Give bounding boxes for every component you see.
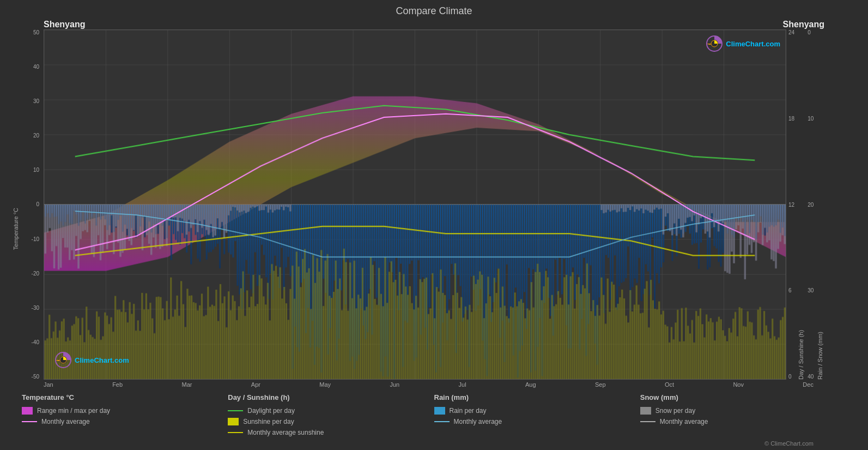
chart-main: ClimeChart.com ClimeChart.com [44,29,786,380]
sunshine-tick: 6 [788,287,794,293]
temp-tick: -30 [32,305,39,311]
x-axis-month: Jul [459,381,466,388]
legend-swatch-rain [434,407,445,415]
rain-tick: 10 [808,116,814,122]
logo-top-right: ClimeChart.com [706,35,780,52]
logo-text-bottom: ClimeChart.com [75,356,129,364]
temp-tick: -20 [32,271,39,277]
legend-title-temp: Temperature °C [22,393,228,401]
top-labels: Shenyang Shenyang [11,20,857,29]
copyright: © ClimeChart.com [11,440,857,447]
legend-line-rain-avg [434,421,450,422]
temp-tick: 40 [33,64,39,70]
legend-label-sunshine-swatch: Sunshine per day [243,418,294,425]
legend-label-daylight: Daylight per day [247,407,295,415]
legend-label-monthly: Monthly average [41,418,90,425]
x-axis-month: Jan [44,381,53,388]
x-axis-month: Dec [803,381,814,388]
right-axis-sunshine-label: Day / Sunshine (h) [797,29,805,380]
legend-swatch-snow [640,407,651,415]
sunshine-tick: 0 [788,374,794,380]
sunshine-tick: 18 [788,116,794,122]
legend-swatch-sunshine [228,418,239,425]
temp-tick: 50 [33,29,39,35]
temp-tick: 0 [36,201,39,207]
right-axis-rain: 010203040 [805,29,816,380]
city-label-left: Shenyang [44,20,85,29]
legend-item-rain-avg: Monthly average [434,418,640,425]
legend-item-monthly-avg: Monthly average [22,418,228,425]
legend-item-daylight: Daylight per day [228,407,434,415]
legend-line-monthly [22,421,37,422]
legend-line-avg-sunshine [228,432,243,433]
temp-tick: 30 [33,98,39,104]
legend-group-temperature: Temperature °C Range min / max per day M… [22,393,228,436]
chart-wrapper: Temperature °C 50403020100-10-20-30-40-5… [11,29,857,380]
legend-label-range: Range min / max per day [37,407,110,415]
x-axis: JanFebMarAprMayJunJulAugSepOctNovDec [11,381,857,388]
legend-item-rain: Rain per day [434,407,640,415]
rain-tick: 0 [808,29,814,35]
legend-item-snow-avg: Monthly average [640,418,846,425]
temp-tick: -40 [32,339,39,345]
temp-tick: 20 [33,133,39,139]
logo-bottom-left: ClimeChart.com [55,352,129,368]
legend-label-avg-sunshine: Monthly average sunshine [247,429,324,436]
sunshine-tick: 12 [788,202,794,208]
legend-label-snow: Snow per day [655,407,695,415]
chart-canvas [44,30,786,379]
legend-item-avg-sunshine: Monthly average sunshine [228,429,434,436]
x-axis-month: Feb [112,381,123,388]
legend-title-rain: Rain (mm) [434,393,640,401]
main-container: Compare Climate Shenyang Shenyang Temper… [0,0,868,450]
legend-title-snow: Snow (mm) [640,393,846,401]
legend-label-snow-avg: Monthly average [660,418,708,425]
x-axis-month: Mar [181,381,192,388]
x-axis-month: Nov [733,381,744,388]
legend-item-range: Range min / max per day [22,407,228,415]
right-axis-sunshine: 24181260 [786,29,797,380]
temp-tick: -50 [32,374,39,380]
x-axis-month: May [319,381,331,388]
legend-group-rain: Rain (mm) Rain per day Monthly average [434,393,640,436]
x-axis-month: Oct [665,381,674,388]
rain-tick: 20 [808,202,814,208]
x-axis-month: Sep [595,381,606,388]
legend-item-snow: Snow per day [640,407,846,415]
logo-text-top: ClimeChart.com [726,40,780,48]
legend-title-sunshine: Day / Sunshine (h) [228,393,434,401]
sunshine-tick: 24 [788,29,794,35]
rain-tick: 30 [808,287,814,293]
rain-tick: 40 [808,374,814,380]
right-axes: 24181260 Day / Sunshine (h) 010203040 Ra… [786,29,857,380]
temp-tick: 10 [33,167,39,173]
x-axis-month: Aug [525,381,536,388]
legend-group-snow: Snow (mm) Snow per day Monthly average [640,393,846,436]
temp-tick: -10 [32,236,39,242]
legend-group-sunshine: Day / Sunshine (h) Daylight per day Suns… [228,393,434,436]
legend-label-rain: Rain per day [450,407,487,415]
legend-item-sunshine-swatch: Sunshine per day [228,418,434,425]
y-axis-left-label: Temperature °C [13,208,19,250]
y-axis-left: Temperature °C 50403020100-10-20-30-40-5… [11,29,44,380]
legend-label-rain-avg: Monthly average [454,418,502,425]
chart-title: Compare Climate [11,5,857,17]
legend-swatch-range [22,407,33,415]
legend-line-daylight [228,410,243,411]
city-label-right: Shenyang [783,20,824,29]
x-axis-month: Jun [390,381,399,388]
x-axis-month: Apr [251,381,260,388]
legend-line-snow-avg [640,421,655,422]
legend-area: Temperature °C Range min / max per day M… [11,388,857,439]
right-axis-rain-label: Rain / Snow (mm) [816,29,824,380]
